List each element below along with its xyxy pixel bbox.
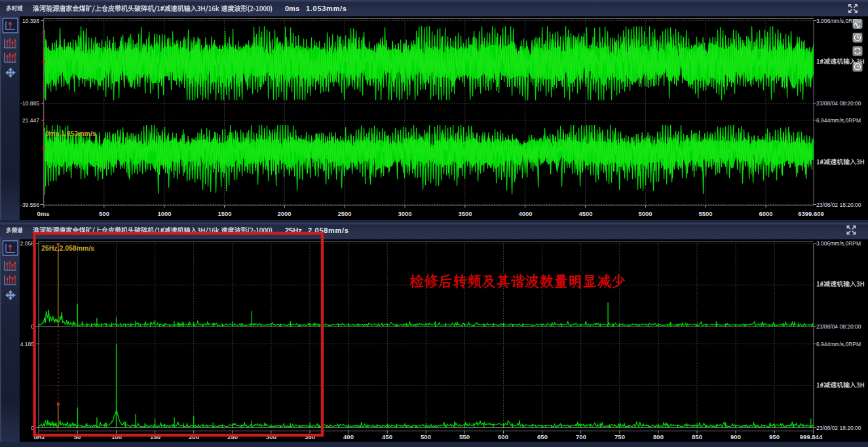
svg-text:21.447: 21.447	[22, 117, 39, 124]
svg-text:10.398: 10.398	[22, 18, 39, 24]
svg-text:6.944mm/s,0RPM: 6.944mm/s,0RPM	[816, 341, 861, 348]
svg-text:750: 750	[614, 433, 625, 440]
svg-text:500: 500	[421, 433, 431, 440]
svg-text:23/08/02 18:20:00: 23/08/02 18:20:00	[816, 425, 861, 431]
svg-text:-10.885: -10.885	[20, 100, 39, 107]
svg-text:0ms,1.053mm/s: 0ms,1.053mm/s	[45, 130, 96, 137]
svg-text:5500: 5500	[698, 210, 712, 217]
svg-text:23/08/02 18:20:00: 23/08/02 18:20:00	[816, 202, 861, 208]
svg-text:6.944mm/s,0RPM: 6.944mm/s,0RPM	[816, 117, 861, 124]
svg-text:500: 500	[99, 210, 109, 217]
svg-text:1.053mm/s: 1.053mm/s	[306, 5, 347, 12]
svg-text:900: 900	[730, 433, 741, 440]
svg-text:950: 950	[769, 433, 780, 440]
svg-text:2500: 2500	[337, 210, 351, 217]
svg-text:25Hz,2.058mm/s: 25Hz,2.058mm/s	[41, 244, 94, 252]
svg-text:450: 450	[382, 433, 392, 440]
svg-text:3000: 3000	[398, 210, 411, 217]
svg-text:0ms: 0ms	[285, 5, 299, 12]
svg-text:0ms: 0ms	[37, 210, 49, 217]
svg-text:5000: 5000	[638, 210, 652, 217]
svg-text:550: 550	[459, 433, 470, 440]
svg-text:2000: 2000	[277, 210, 291, 217]
svg-text:600: 600	[498, 433, 508, 440]
svg-text:2.058: 2.058	[20, 240, 35, 247]
svg-text:650: 650	[537, 433, 548, 440]
svg-text:800: 800	[653, 433, 664, 440]
svg-text:999.844: 999.844	[800, 433, 823, 440]
svg-text:400: 400	[343, 433, 354, 440]
svg-text:4.185: 4.185	[20, 341, 35, 348]
svg-text:-39.556: -39.556	[20, 202, 39, 208]
svg-text:850: 850	[692, 433, 702, 440]
svg-text:3500: 3500	[458, 210, 472, 217]
svg-text:4500: 4500	[578, 210, 592, 217]
svg-text:6000: 6000	[759, 210, 772, 217]
svg-text:700: 700	[576, 433, 586, 440]
svg-text:4000: 4000	[518, 210, 532, 217]
svg-text:1000: 1000	[157, 210, 171, 217]
svg-text:23/08/04 08:20:00: 23/08/04 08:20:00	[816, 100, 861, 107]
svg-text:1500: 1500	[217, 210, 231, 217]
svg-text:23/08/04 08:20:00: 23/08/04 08:20:00	[816, 323, 861, 330]
svg-text:3.006mm/s,0RPM: 3.006mm/s,0RPM	[816, 240, 861, 247]
svg-text:6399.609: 6399.609	[798, 210, 824, 217]
